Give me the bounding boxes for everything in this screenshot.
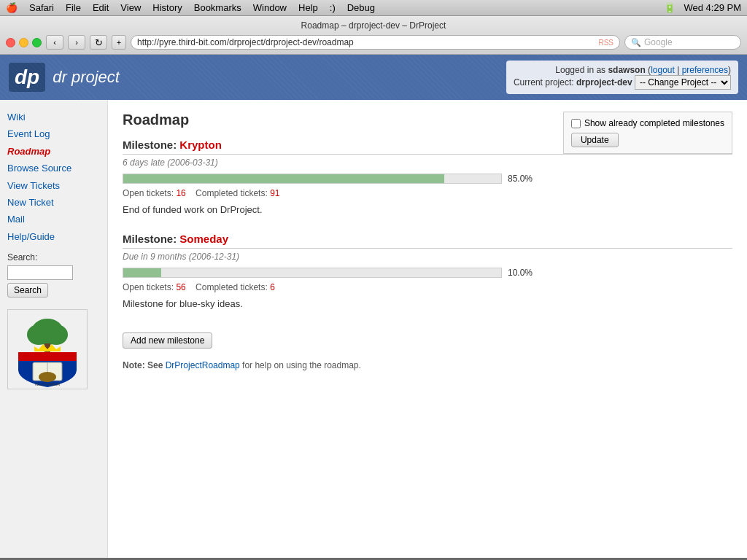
svg-text:VELUT ARBOR: VELUT ARBOR [35,382,61,386]
sidebar-item-eventlog[interactable]: Event Log [7,125,100,142]
someday-completed-tickets-link[interactable]: 6 [270,282,275,292]
close-button[interactable] [6,38,15,47]
menu-bookmarks[interactable]: Bookmarks [194,2,241,13]
milestone-krypton-tickets: Open tickets: 16 Completed tickets: 91 [123,188,732,198]
current-project-line: Current project: drproject-dev -- Change… [514,75,731,90]
milestone-krypton-progress-bar [123,174,502,184]
milestone-someday-progress-fill [123,268,161,277]
sidebar-item-viewtickets[interactable]: View Tickets [7,177,100,194]
page-header: dp dr project Logged in as sdawson (logo… [0,55,747,100]
milestone-someday-link[interactable]: Someday [179,233,228,245]
krypton-completed-tickets-link[interactable]: 91 [270,188,279,198]
sidebar-item-newticket[interactable]: New Ticket [7,194,100,211]
username: sdawson [608,65,645,75]
main-content: Show already completed milestones Update… [108,100,747,558]
milestone-someday-progress-container: 10.0% [123,268,732,278]
milestone-krypton-desc: End of funded work on DrProject. [123,204,732,215]
note-area: Note: See DrProjectRoadmap for help on u… [123,360,732,370]
forward-button[interactable]: › [68,35,85,50]
browser-search-bar[interactable]: 🔍 Google [624,35,741,50]
search-placeholder: Google [644,37,673,47]
menu-help[interactable]: Help [298,2,318,13]
milestone-someday-progress-bar [123,268,502,278]
milestone-someday-title: Milestone: Someday [123,233,732,249]
sidebar: Wiki Event Log Roadmap Browse Source Vie… [0,100,108,558]
apple-menu[interactable]: 🍎 [6,2,18,13]
update-button[interactable]: Update [571,133,619,147]
milestone-someday-pct: 10.0% [508,268,533,278]
milestone-someday-date: Due in 9 months (2006-12-31) [123,252,732,262]
sidebar-item-helpguide[interactable]: Help/Guide [7,228,100,245]
milestone-krypton-pct: 85.0% [508,174,533,184]
current-project-label: Current project: [514,77,574,88]
sidebar-item-mail[interactable]: Mail [7,211,100,228]
menu-debug[interactable]: Debug [347,2,375,13]
mac-menubar: 🍎 Safari File Edit View History Bookmark… [0,0,747,16]
browser-chrome: Roadmap – drproject-dev – DrProject ‹ › … [0,16,747,55]
url-bar[interactable]: http://pyre.third-bit.com/drproject/drpr… [131,35,620,50]
milestone-someday-desc: Milestone for blue-sky ideas. [123,298,732,309]
reload-button[interactable]: ↻ [90,35,107,50]
browser-title: Roadmap – drproject-dev – DrProject [6,20,741,31]
someday-open-tickets-link[interactable]: 56 [176,282,185,292]
page-wrapper: dp dr project Logged in as sdawson (logo… [0,55,747,558]
search-input[interactable] [7,265,73,280]
rss-icon: RSS [598,39,614,47]
menu-file[interactable]: File [66,2,81,13]
page-body: Wiki Event Log Roadmap Browse Source Vie… [0,100,747,558]
sidebar-item-wiki[interactable]: Wiki [7,109,100,125]
system-time: 🔋 Wed 4:29 PM [664,2,741,13]
completed-checkbox-label[interactable]: Show already completed milestones [571,118,724,128]
search-icon: 🔍 [631,38,641,47]
milestone-krypton-date: 6 days late (2006-03-31) [123,158,732,168]
add-milestone-button[interactable]: Add new milestone [123,332,212,349]
maximize-button[interactable] [32,38,42,47]
milestone-someday: Milestone: Someday Due in 9 months (2006… [123,233,732,309]
minimize-button[interactable] [19,38,28,47]
search-button[interactable]: Search [7,283,48,298]
completed-checkbox[interactable] [571,119,581,128]
change-project-select[interactable]: -- Change Project -- [635,75,731,90]
milestone-krypton-progress-fill [123,174,444,183]
svg-point-2 [44,324,68,345]
preferences-link[interactable]: preferences [682,65,728,75]
menu-smiley[interactable]: :) [330,2,336,13]
sidebar-logo: VELUT ARBOR [7,309,88,389]
new-tab-button[interactable]: + [112,35,126,50]
sidebar-item-roadmap[interactable]: Roadmap [7,143,100,160]
completed-milestones-box: Show already completed milestones Update [563,112,732,154]
svg-point-6 [39,372,56,382]
search-label: Search: [7,252,100,262]
back-button[interactable]: ‹ [46,35,63,50]
krypton-open-tickets-link[interactable]: 16 [176,188,185,198]
traffic-lights [6,38,42,47]
url-text: http://pyre.third-bit.com/drproject/drpr… [137,37,354,47]
milestone-krypton-progress-container: 85.0% [123,174,732,184]
menu-safari[interactable]: Safari [29,2,54,13]
sidebar-item-browsesource[interactable]: Browse Source [7,160,100,176]
header-user-info: Logged in as sdawson (logout | preferenc… [506,61,738,94]
logged-in-prefix: Logged in as [555,65,605,75]
milestone-krypton-link[interactable]: Krypton [179,139,222,151]
menu-edit[interactable]: Edit [93,2,109,13]
logged-in-line: Logged in as sdawson (logout | preferenc… [514,65,731,75]
menu-window[interactable]: Window [253,2,287,13]
milestone-someday-tickets: Open tickets: 56 Completed tickets: 6 [123,282,732,292]
menu-history[interactable]: History [152,2,182,13]
project-name: drproject-dev [576,77,632,88]
logout-link[interactable]: logout [651,65,675,75]
drproject-roadmap-link[interactable]: DrProjectRoadmap [166,360,240,370]
menu-view[interactable]: View [120,2,141,13]
